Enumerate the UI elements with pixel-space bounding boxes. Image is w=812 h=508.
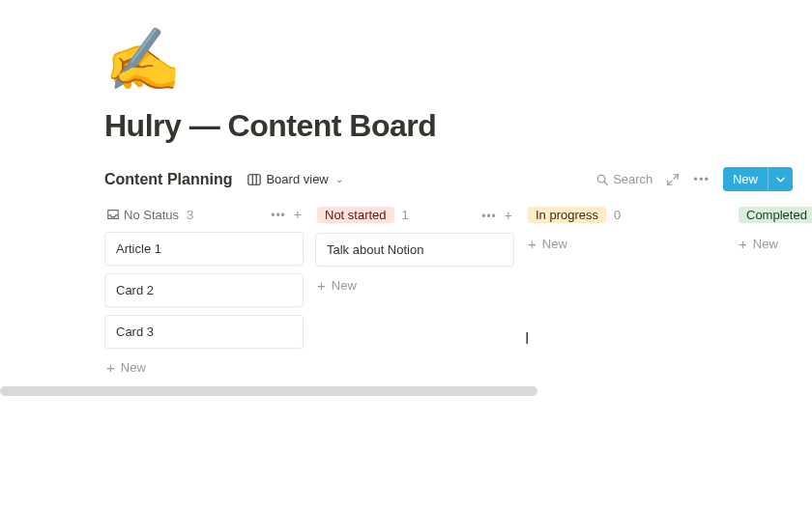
search-button[interactable]: Search [595, 172, 652, 186]
plus-icon: + [294, 207, 302, 222]
database-toolbar: Search ••• New [595, 167, 793, 191]
column-name: No Status [124, 208, 179, 222]
add-card-button[interactable]: +New [104, 356, 148, 379]
column-header[interactable]: No Status3•••+ [104, 203, 304, 232]
column-header[interactable]: Completed0•••+ [737, 203, 812, 233]
plus-icon: + [505, 208, 512, 223]
add-card-label: New [332, 278, 357, 293]
board-card[interactable]: Card 3 [104, 315, 304, 349]
plus-icon: + [528, 237, 536, 251]
column-count: 1 [402, 208, 409, 222]
board-card[interactable]: Card 2 [104, 273, 304, 307]
add-card-button[interactable]: +New [315, 274, 359, 296]
page-title: Hulry — Content Board [104, 108, 812, 144]
column-name: Completed [739, 207, 812, 223]
chevron-down-icon [776, 177, 785, 183]
view-label: Board view [266, 172, 328, 186]
board-icon [247, 173, 261, 186]
column-actions: •••+ [271, 207, 302, 222]
view-switcher[interactable]: Board view ⌄ [244, 170, 346, 188]
inbox-icon [106, 208, 120, 221]
column-count: 0 [614, 208, 621, 222]
board-column: Not started1•••+Talk about Notion+New [315, 203, 514, 296]
add-card-label: New [121, 360, 146, 375]
board: No Status3•••+Article 1Card 2Card 3+NewN… [104, 203, 812, 379]
expand-icon [666, 173, 680, 186]
add-card-label: New [753, 237, 778, 251]
search-icon [595, 173, 609, 186]
plus-icon: + [106, 360, 115, 375]
add-card-button[interactable]: +New [526, 233, 569, 255]
database-name[interactable]: Content Planning [104, 171, 232, 188]
column-count: 3 [187, 208, 193, 222]
plus-icon: + [317, 278, 326, 293]
board-column: No Status3•••+Article 1Card 2Card 3+New [104, 203, 304, 379]
board-card[interactable]: Talk about Notion [315, 233, 514, 267]
database-header: Content Planning Board view ⌄ Search [104, 167, 812, 191]
column-name: Not started [317, 207, 394, 223]
new-button[interactable]: New [723, 167, 793, 191]
add-card-label: New [542, 237, 567, 251]
plus-icon: + [739, 237, 747, 251]
horizontal-scrollbar-track[interactable] [0, 386, 812, 396]
column-actions: •••+ [481, 208, 512, 223]
board-card[interactable]: Article 1 [104, 232, 304, 266]
column-header[interactable]: In progress0 [526, 203, 725, 233]
column-header[interactable]: Not started1•••+ [315, 203, 514, 233]
more-menu-button[interactable]: ••• [693, 172, 710, 186]
horizontal-scrollbar-thumb[interactable] [0, 386, 537, 396]
dots-icon: ••• [271, 209, 286, 222]
search-label: Search [613, 172, 652, 186]
add-card-button[interactable]: +New [737, 233, 780, 255]
column-more-button[interactable]: ••• [271, 207, 286, 222]
column-name: In progress [528, 207, 606, 223]
svg-line-4 [604, 182, 607, 184]
column-add-button[interactable]: + [505, 208, 512, 223]
dots-icon: ••• [693, 172, 710, 186]
chevron-down-icon: ⌄ [335, 174, 343, 184]
page-icon[interactable]: ✍️ [104, 29, 812, 91]
dots-icon: ••• [481, 210, 497, 223]
new-button-label: New [723, 167, 768, 191]
svg-rect-0 [248, 174, 260, 184]
column-more-button[interactable]: ••• [481, 208, 497, 223]
expand-button[interactable] [666, 173, 680, 186]
new-button-dropdown[interactable] [768, 167, 793, 191]
board-column: In progress0+New [526, 203, 725, 255]
board-column: Completed0•••++New [737, 203, 812, 255]
column-add-button[interactable]: + [294, 207, 302, 222]
